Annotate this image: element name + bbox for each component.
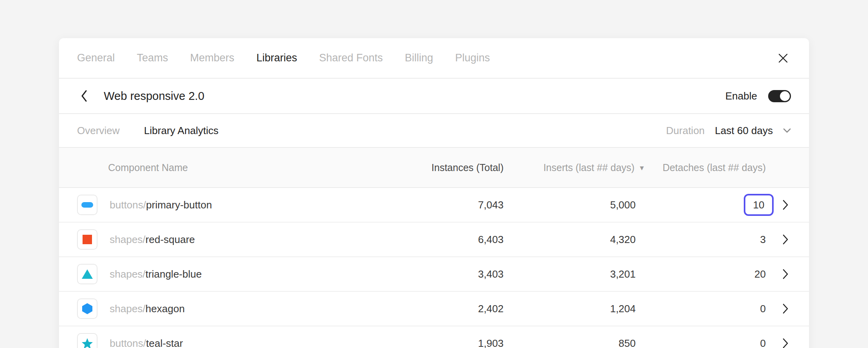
detaches-value: 0 — [636, 303, 766, 315]
tab-libraries[interactable]: Libraries — [256, 52, 297, 64]
library-subtabs: Overview Library Analytics — [77, 125, 219, 137]
component-name: shapes/triangle-blue — [110, 268, 202, 280]
instances-value: 6,403 — [371, 234, 504, 246]
duration-value: Last 60 days — [715, 125, 773, 137]
library-title: Web responsive 2.0 — [104, 90, 204, 103]
component-name: shapes/red-square — [110, 234, 195, 246]
enable-control: Enable — [725, 90, 791, 102]
table-row[interactable]: shapes/triangle-blue 3,403 3,201 20 — [59, 257, 809, 292]
sort-caret-icon: ▼ — [638, 164, 645, 172]
component-thumbnail — [77, 333, 97, 348]
header-inserts-label: Inserts (last ## days) — [543, 162, 634, 173]
instances-value: 7,043 — [371, 199, 504, 211]
tab-plugins[interactable]: Plugins — [455, 52, 490, 64]
inserts-value: 850 — [504, 337, 636, 348]
row-chevron[interactable] — [766, 200, 788, 210]
hexagon-icon — [82, 303, 92, 314]
close-icon[interactable] — [775, 50, 791, 66]
enable-label: Enable — [725, 90, 757, 102]
inserts-value: 5,000 — [504, 199, 636, 211]
table-row[interactable]: shapes/hexagon 2,402 1,204 0 — [59, 292, 809, 326]
star-icon — [82, 338, 93, 348]
instances-value: 1,903 — [371, 337, 504, 348]
chevron-right-icon — [783, 338, 788, 348]
row-chevron[interactable] — [766, 338, 788, 348]
triangle-icon — [82, 269, 93, 279]
component-thumbnail — [77, 298, 97, 319]
detaches-value: 20 — [636, 268, 766, 280]
detaches-value: 3 — [636, 234, 766, 246]
square-icon — [83, 235, 92, 244]
subtab-library-analytics[interactable]: Library Analytics — [144, 125, 218, 137]
instances-value: 3,403 — [371, 268, 504, 280]
library-subtab-bar: Overview Library Analytics Duration Last… — [59, 114, 809, 148]
header-detaches: Detaches (last ## days) — [636, 162, 766, 173]
chevron-down-icon — [783, 128, 791, 133]
component-name: buttons/primary-button — [110, 199, 212, 211]
button-pill-icon — [81, 202, 93, 208]
inserts-value: 1,204 — [504, 303, 636, 315]
table-row[interactable]: buttons/teal-star 1,903 850 0 — [59, 326, 809, 348]
table-row[interactable]: shapes/red-square 6,403 4,320 3 — [59, 223, 809, 257]
table-row[interactable]: buttons/primary-button 7,043 5,000 10 — [59, 188, 809, 223]
chevron-right-icon — [783, 269, 788, 279]
chevron-right-icon — [783, 200, 788, 210]
detaches-value: 10 — [753, 199, 765, 211]
header-component-name: Component Name — [77, 162, 371, 173]
tab-shared-fonts[interactable]: Shared Fonts — [319, 52, 383, 64]
component-thumbnail — [77, 264, 97, 284]
duration-dropdown[interactable]: Duration Last 60 days — [666, 125, 791, 137]
header-instances-total: Instances (Total) — [371, 162, 504, 173]
detaches-value: 0 — [636, 337, 766, 348]
settings-tab-bar: General Teams Members Libraries Shared F… — [59, 38, 809, 79]
tab-general[interactable]: General — [77, 52, 115, 64]
team-settings-modal: General Teams Members Libraries Shared F… — [59, 38, 809, 348]
tab-teams[interactable]: Teams — [137, 52, 168, 64]
chevron-right-icon — [783, 304, 788, 314]
row-chevron[interactable] — [766, 269, 788, 279]
settings-tabs: General Teams Members Libraries Shared F… — [77, 52, 490, 64]
header-inserts[interactable]: Inserts (last ## days)▼ — [504, 162, 636, 173]
row-chevron[interactable] — [766, 304, 788, 314]
component-name: shapes/hexagon — [110, 303, 185, 315]
row-chevron[interactable] — [766, 234, 788, 245]
inserts-value: 4,320 — [504, 234, 636, 246]
inserts-value: 3,201 — [504, 268, 636, 280]
subtab-overview[interactable]: Overview — [77, 125, 120, 137]
library-header: Web responsive 2.0 Enable — [59, 79, 809, 114]
enable-toggle[interactable] — [768, 90, 791, 102]
instances-value: 2,402 — [371, 303, 504, 315]
component-name: buttons/teal-star — [110, 337, 183, 348]
toggle-knob — [780, 91, 790, 101]
component-thumbnail — [77, 195, 97, 215]
back-chevron-icon[interactable] — [77, 89, 91, 103]
duration-label: Duration — [666, 125, 704, 137]
tab-members[interactable]: Members — [190, 52, 235, 64]
tab-billing[interactable]: Billing — [405, 52, 433, 64]
component-thumbnail — [77, 229, 97, 250]
chevron-right-icon — [783, 234, 788, 245]
analytics-table-header: Component Name Instances (Total) Inserts… — [59, 148, 809, 188]
